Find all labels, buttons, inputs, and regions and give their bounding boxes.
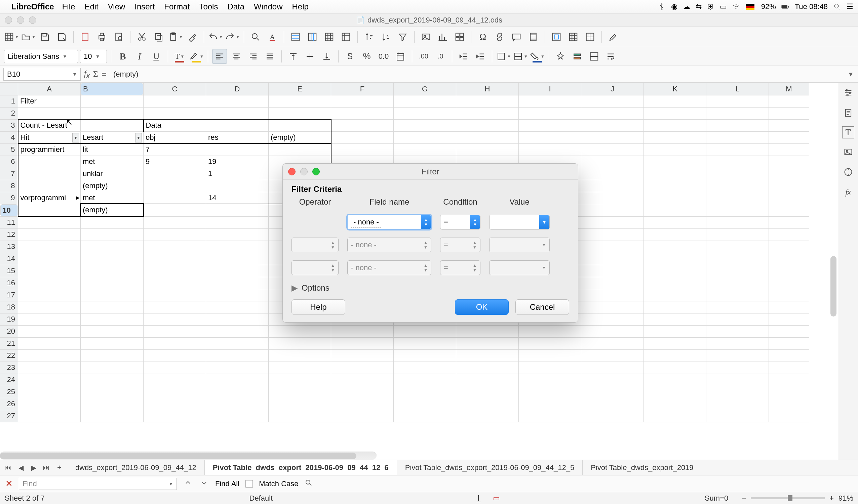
row-header-4[interactable]: 4 [0, 131, 18, 144]
cell-B23[interactable] [81, 361, 144, 374]
sidebar-functions-icon[interactable]: fx [842, 185, 855, 199]
status-bluetooth-icon[interactable] [657, 3, 666, 11]
cell-C19[interactable] [144, 313, 206, 325]
paste-button[interactable]: ▼ [168, 30, 183, 44]
sidebar-gallery-icon[interactable] [842, 145, 855, 159]
cell-K20[interactable] [644, 325, 706, 337]
status-selection-mode-icon[interactable]: ▭ [493, 494, 500, 503]
status-sync-icon[interactable]: ⇆ [696, 2, 702, 11]
cell-M27[interactable] [769, 410, 809, 422]
cell-K25[interactable] [644, 386, 706, 398]
cell-L4[interactable] [706, 131, 769, 144]
sheet-tab-3[interactable]: Pivot Table_dwds_export_2019 [583, 460, 702, 475]
save-button[interactable] [38, 30, 52, 44]
decrease-indent-button[interactable] [456, 49, 471, 64]
column-header-M[interactable]: M [769, 83, 809, 95]
cell-K27[interactable] [644, 410, 706, 422]
italic-button[interactable]: I [132, 49, 147, 64]
column-header-G[interactable]: G [394, 83, 456, 95]
cell-K24[interactable] [644, 374, 706, 386]
cell-B7[interactable]: unklar [81, 168, 144, 180]
tab-prev-button[interactable]: ◀ [16, 464, 26, 472]
cell-M24[interactable] [769, 374, 809, 386]
status-clock[interactable]: Tue 08:48 [795, 2, 828, 11]
value-select-2[interactable]: ▼ [489, 260, 550, 275]
cell-A24[interactable] [18, 374, 81, 386]
zoom-in-button[interactable]: + [829, 494, 834, 503]
font-color-button[interactable]: T▼ [172, 49, 187, 64]
cell-B12[interactable] [81, 228, 144, 241]
cell-C11[interactable] [144, 216, 206, 228]
cell-L26[interactable] [706, 398, 769, 410]
column-header-L[interactable]: L [706, 83, 769, 95]
cell-D24[interactable] [206, 374, 269, 386]
cell-L7[interactable] [706, 168, 769, 180]
cell-J3[interactable] [581, 119, 644, 131]
cell-D16[interactable] [206, 277, 269, 289]
cell-F24[interactable] [331, 374, 394, 386]
cell-D26[interactable] [206, 398, 269, 410]
zoom-slider[interactable] [751, 497, 825, 499]
cell-K3[interactable] [644, 119, 706, 131]
cell-A26[interactable] [18, 398, 81, 410]
cell-H5[interactable] [456, 144, 519, 156]
row-header-21[interactable]: 21 [0, 337, 18, 349]
font-size-dropdown[interactable]: 10▼ [80, 50, 107, 63]
row-header-15[interactable]: 15 [0, 265, 18, 277]
cell-L17[interactable] [706, 289, 769, 301]
cell-G3[interactable] [394, 119, 456, 131]
wrap-button[interactable] [603, 49, 618, 64]
condition-select-2[interactable]: =▲▼ [440, 260, 480, 275]
cell-D15[interactable] [206, 265, 269, 277]
cell-M12[interactable] [769, 228, 809, 241]
cell-M23[interactable] [769, 361, 809, 374]
cell-C14[interactable] [144, 253, 206, 265]
cell-H24[interactable] [456, 374, 519, 386]
cell-K26[interactable] [644, 398, 706, 410]
spellcheck-button[interactable]: A [265, 30, 280, 44]
column-header-J[interactable]: J [581, 83, 644, 95]
draw-button[interactable] [606, 30, 621, 44]
cell-H27[interactable] [456, 410, 519, 422]
underline-button[interactable]: U [149, 49, 164, 64]
cell-K18[interactable] [644, 301, 706, 313]
column-button[interactable] [305, 30, 320, 44]
cell-G26[interactable] [394, 398, 456, 410]
cell-L24[interactable] [706, 374, 769, 386]
cell-A17[interactable] [18, 289, 81, 301]
cell-H4[interactable] [456, 131, 519, 144]
cell-C26[interactable] [144, 398, 206, 410]
row-header-10[interactable]: 10 [0, 204, 18, 216]
freeze-panes-button[interactable] [566, 30, 581, 44]
menu-edit[interactable]: Edit [84, 2, 98, 12]
cell-F26[interactable] [331, 398, 394, 410]
cell-G5[interactable] [394, 144, 456, 156]
row-header-2[interactable]: 2 [0, 107, 18, 119]
menu-view[interactable]: View [108, 2, 125, 12]
status-controlcenter-icon[interactable]: ☰ [846, 2, 853, 11]
cell-D17[interactable] [206, 289, 269, 301]
cell-E3[interactable] [269, 119, 331, 131]
find-replace-button[interactable] [248, 30, 263, 44]
cell-J11[interactable] [581, 216, 644, 228]
cell-J8[interactable] [581, 180, 644, 192]
cell-B3[interactable] [81, 119, 144, 131]
cell-G27[interactable] [394, 410, 456, 422]
row-header-17[interactable]: 17 [0, 289, 18, 301]
cell-C7[interactable] [144, 168, 206, 180]
cell-K7[interactable] [644, 168, 706, 180]
cell-A11[interactable] [18, 216, 81, 228]
column-header-I[interactable]: I [519, 83, 581, 95]
cell-L1[interactable] [706, 95, 769, 107]
cell-J21[interactable] [581, 337, 644, 349]
cell-B26[interactable] [81, 398, 144, 410]
cell-D2[interactable] [206, 107, 269, 119]
find-prev-button[interactable] [183, 479, 193, 489]
date-button[interactable] [393, 49, 408, 64]
cell-D18[interactable] [206, 301, 269, 313]
cell-F3[interactable] [331, 119, 394, 131]
column-header-H[interactable]: H [456, 83, 519, 95]
cell-B13[interactable] [81, 241, 144, 253]
status-battery-icon[interactable] [781, 3, 790, 11]
cell-C24[interactable] [144, 374, 206, 386]
